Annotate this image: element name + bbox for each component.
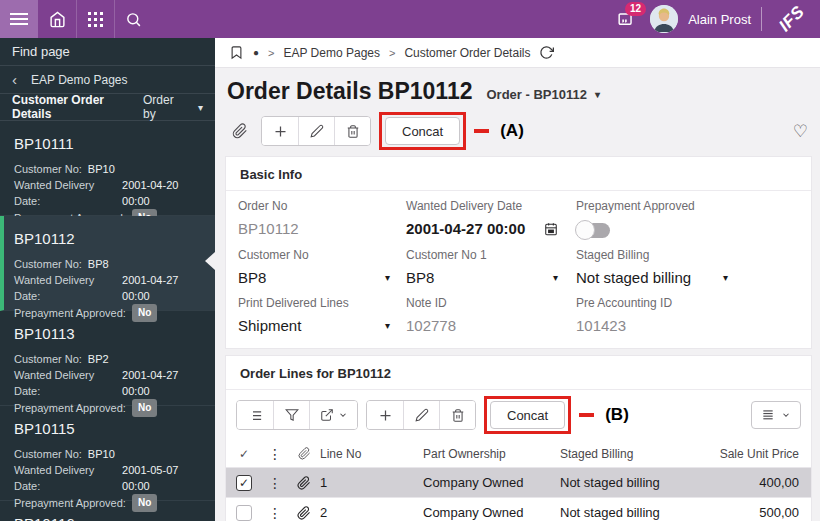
app-grid-icon (88, 12, 103, 27)
col-sale-unit-price[interactable]: Sale Unit Price (705, 447, 811, 461)
wanted-date-value: 2001-04-20 00:00 (122, 177, 203, 209)
bookmark-icon (229, 45, 244, 60)
row-actions-group (366, 400, 476, 430)
pencil-icon (310, 124, 324, 138)
refresh-icon (539, 45, 554, 60)
order-id: BP10115 (14, 420, 203, 437)
chevron-left-icon: ‹ (12, 71, 17, 88)
find-page-input[interactable]: Find page (0, 38, 215, 66)
cell-line-no: 1 (320, 475, 423, 490)
list-item-bp10116[interactable]: BP10116 (0, 501, 215, 521)
cell-part-ownership: Company Owned (423, 475, 560, 490)
delete-button[interactable] (334, 117, 370, 145)
wanted-date-value: 2001-04-27 00:00 (122, 272, 203, 304)
user-name[interactable]: Alain Prost (688, 12, 751, 27)
field-wanted-delivery-date: Wanted Delivery Date 2001-04-27 00:00 (406, 199, 576, 238)
select-all-check-icon[interactable]: ✓ (226, 447, 262, 461)
notifications-button[interactable]: 12 (610, 4, 640, 34)
customer-no-select[interactable]: BP8 ▾ (238, 269, 390, 286)
cell-staged-billing: Not staged billing (560, 475, 705, 490)
user-avatar[interactable] (650, 5, 678, 33)
refresh-button[interactable] (539, 45, 554, 60)
filter-button[interactable] (273, 401, 309, 429)
navigation-sidebar: Find page ‹ EAP Demo Pages Customer Orde… (0, 38, 215, 521)
app-grid-button[interactable] (76, 0, 114, 38)
page-header: Order Details BP10112 Order - BP10112 ▾ (215, 68, 820, 107)
search-icon (125, 11, 142, 28)
multi-select-button[interactable] (237, 401, 273, 429)
sidebar-back-nav[interactable]: ‹ EAP Demo Pages (0, 66, 215, 94)
staged-billing-select[interactable]: Not staged billing ▾ (576, 269, 728, 286)
table-row-1[interactable]: ✓ ⋮ 1 Company Owned Not staged billing 4… (226, 468, 811, 498)
favorite-button[interactable]: ♡ (793, 121, 808, 142)
wanted-delivery-date-input[interactable]: 2001-04-27 00:00 (406, 220, 558, 237)
basic-info-card: Basic Info Order No BP10112 Wanted Deliv… (225, 156, 812, 349)
annotation-box-b: Concat (484, 396, 571, 434)
table-row-2[interactable]: ✓ ⋮ 2 Company Owned Not staged billing 5… (226, 498, 811, 521)
cell-sale-unit-price: 400,00 (705, 475, 811, 490)
customer-no-label: Customer No: (14, 351, 82, 367)
list-item-bp10111[interactable]: BP10111 Customer No:BP10 Wanted Delivery… (0, 121, 215, 216)
list-item-bp10112-selected[interactable]: BP10112 Customer No:BP8 Wanted Delivery … (0, 216, 215, 311)
customer-no-label: Customer No: (14, 256, 82, 272)
toggle-knob (575, 220, 595, 240)
context-selector-label: Order - BP10112 (486, 87, 586, 102)
kebab-menu-icon[interactable]: ⋮ (262, 446, 288, 462)
row-kebab-icon[interactable]: ⋮ (262, 475, 288, 491)
select-value: Shipment (238, 317, 301, 334)
calendar-icon[interactable] (544, 222, 558, 236)
field-label: Print Delivered Lines (238, 296, 406, 310)
breadcrumb-eap-demo-pages[interactable]: EAP Demo Pages (283, 46, 380, 60)
field-print-delivered-lines: Print Delivered Lines Shipment ▾ (238, 296, 406, 334)
main-wrapper: Find page ‹ EAP Demo Pages Customer Orde… (0, 38, 820, 521)
select-value: Not staged billing (576, 269, 691, 286)
avatar-image (650, 5, 678, 33)
cell-line-no: 2 (320, 505, 423, 520)
context-selector[interactable]: Order - BP10112 ▾ (486, 87, 599, 102)
select-value: BP8 (406, 269, 434, 286)
field-label: Staged Billing (576, 248, 797, 262)
list-title: Customer Order Details (12, 93, 143, 121)
row-attachment-icon[interactable] (288, 506, 320, 520)
customer-no-1-select[interactable]: BP8 ▾ (406, 269, 558, 286)
delete-line-button[interactable] (439, 401, 475, 429)
concat-button-header[interactable]: Concat (385, 117, 460, 145)
row-kebab-icon[interactable]: ⋮ (262, 505, 288, 521)
date-value: 2001-04-27 00:00 (406, 220, 525, 237)
row-attachment-icon[interactable] (288, 476, 320, 490)
view-selector-button[interactable] (751, 401, 801, 429)
field-note-id: Note ID 102778 (406, 296, 576, 334)
attachments-button[interactable] (227, 117, 253, 145)
row-checkbox[interactable]: ✓ (236, 475, 252, 491)
order-id: BP10113 (14, 325, 203, 342)
wanted-date-label: Wanted Delivery Date: (14, 177, 116, 209)
export-button[interactable] (309, 401, 357, 429)
concat-button-lines[interactable]: Concat (490, 401, 565, 429)
col-line-no[interactable]: Line No (320, 447, 423, 461)
edit-button[interactable] (298, 117, 334, 145)
order-lines-table: ✓ ⋮ Line No Part Ownership Staged Billin… (226, 440, 811, 521)
order-id: BP10112 (14, 230, 203, 247)
search-button[interactable] (114, 0, 152, 38)
col-part-ownership[interactable]: Part Ownership (423, 447, 560, 461)
add-button[interactable] (262, 117, 298, 145)
list-item-bp10113[interactable]: BP10113 Customer No:BP2 Wanted Delivery … (0, 311, 215, 406)
bookmark-button[interactable] (229, 45, 244, 60)
order-by-dropdown[interactable]: Order by ▾ (143, 93, 203, 121)
prepayment-approved-toggle[interactable] (576, 223, 610, 238)
table-header-row: ✓ ⋮ Line No Part Ownership Staged Billin… (226, 440, 811, 468)
print-delivered-lines-select[interactable]: Shipment ▾ (238, 317, 390, 334)
list-item-bp10115[interactable]: BP10115 Customer No:BP10 Wanted Delivery… (0, 406, 215, 501)
breadcrumb-separator: > (268, 47, 274, 59)
col-staged-billing[interactable]: Staged Billing (560, 447, 705, 461)
breadcrumb-customer-order-details[interactable]: Customer Order Details (404, 46, 530, 60)
field-order-no: Order No BP10112 (238, 199, 406, 238)
annotation-box-a: Concat (379, 112, 466, 150)
home-button[interactable] (38, 0, 76, 38)
hamburger-menu-button[interactable] (0, 0, 38, 38)
add-line-button[interactable] (367, 401, 403, 429)
plus-icon (378, 408, 393, 423)
basic-info-title: Basic Info (226, 157, 811, 191)
edit-line-button[interactable] (403, 401, 439, 429)
row-checkbox[interactable]: ✓ (236, 505, 252, 521)
